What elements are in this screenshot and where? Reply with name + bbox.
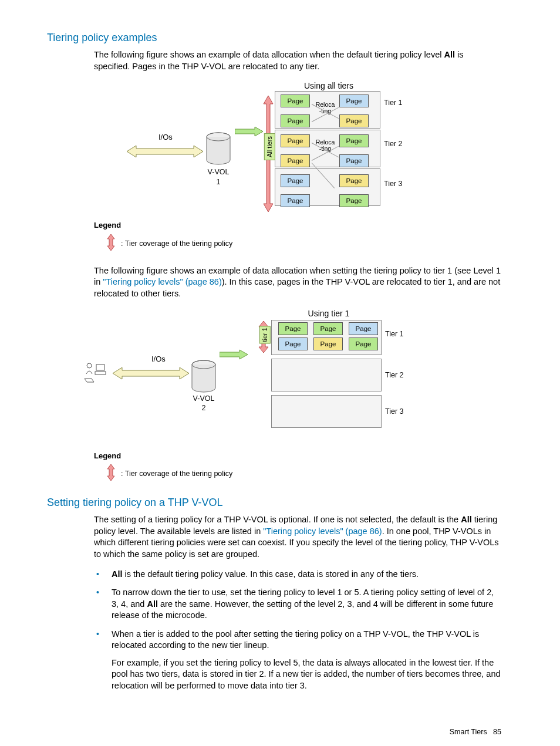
tier-label: Tier 3 (385, 407, 420, 417)
text: is the default tiering policy value. In … (123, 569, 419, 579)
tier-label: Tier 2 (384, 139, 419, 149)
ios-label: I/Os (158, 132, 173, 143)
page-box: Page (339, 154, 369, 167)
vvol-label: V-VOL 2 (186, 394, 221, 414)
legend: Legend : Tier coverage of the tiering po… (94, 220, 525, 253)
page-box: Page (349, 322, 378, 335)
page-row: Page Page Page (278, 322, 378, 335)
page-box: Page (281, 154, 310, 167)
svg-marker-14 (107, 464, 114, 481)
tier-label: Tier 3 (384, 179, 419, 189)
svg-marker-0 (127, 146, 203, 157)
page-box: Page (313, 337, 343, 350)
text: When a tier is added to the pool after s… (112, 629, 479, 650)
user-terminal-icon (83, 361, 108, 384)
bold-all: All (147, 599, 158, 609)
legend-title: Legend (94, 451, 525, 461)
bold-all: All (112, 569, 123, 579)
text: The following figure shows an example of… (94, 50, 444, 59)
page-box: Page (278, 322, 308, 335)
legend-text: : Tier coverage of the tiering policy (121, 469, 232, 479)
link-tiering-policy-levels[interactable]: "Tiering policy levels" (page 86) (103, 277, 221, 286)
page-footer: Smart Tiers 85 (35, 727, 501, 737)
text: The setting of a tiering policy for a TH… (94, 515, 461, 524)
diagram-title: Using all tiers (288, 80, 370, 92)
ios-label: I/Os (151, 354, 166, 364)
diagram-using-tier-1: Using tier 1 I/Os V-VOL 2 tier 1 Page Pa… (106, 308, 446, 446)
page-box: Page (281, 174, 310, 187)
page-box: Page (339, 134, 369, 147)
page-box: Page (281, 194, 310, 207)
page-column-left: Page Page Page Page Page Page (281, 94, 313, 214)
page-column-right: Page Page Page Page Page Page (339, 94, 372, 214)
page-box: Page (339, 114, 369, 127)
relocation-line (312, 163, 335, 189)
page-box: Page (281, 134, 310, 147)
page-number: 85 (493, 728, 501, 736)
legend-title: Legend (94, 220, 525, 231)
tier-label: Tier 1 (385, 329, 420, 339)
bold-all: All (444, 50, 455, 59)
bold-all: All (461, 515, 472, 524)
page-box: Page (281, 114, 310, 127)
legend: Legend : Tier coverage of the tiering po… (94, 451, 525, 484)
list-item: When a tier is added to the pool after s… (94, 629, 501, 692)
page-box: Page (349, 337, 378, 350)
page-box: Page (339, 194, 369, 207)
para-2: The following figure shows an example of… (94, 265, 501, 300)
diagram-title: Using tier 1 (294, 308, 364, 319)
para-3: The setting of a tiering policy for a TH… (94, 514, 501, 560)
footer-title: Smart Tiers (450, 728, 487, 736)
relocate-arrow-icon (220, 349, 248, 360)
page-row: Page Page Page (278, 337, 378, 350)
svg-point-6 (87, 363, 92, 368)
bullet-list: All is the default tiering policy value.… (94, 569, 501, 692)
section-heading-setting: Setting tiering policy on a THP V-VOL (47, 495, 525, 509)
diagram-using-all-tiers: Using all tiers I/Os V-VOL 1 All tiers P… (106, 80, 446, 215)
svg-rect-8 (95, 372, 106, 374)
legend-text: : Tier coverage of the tiering policy (121, 239, 232, 249)
io-arrow-icon (127, 145, 203, 158)
vvol-cylinder-icon (191, 360, 217, 393)
relocating-label: Reloca -ting (313, 102, 337, 114)
page-box: Page (278, 337, 308, 350)
svg-rect-7 (96, 364, 104, 370)
tier-frame (271, 395, 382, 428)
vvol-cylinder-icon (205, 132, 231, 165)
svg-marker-9 (113, 367, 189, 379)
legend-arrow-icon (107, 464, 115, 484)
link-tiering-policy-levels[interactable]: "Tiering policy levels" (page 86) (263, 526, 382, 536)
list-item: All is the default tiering policy value.… (94, 569, 501, 580)
page-box: Page (313, 322, 343, 335)
page-box: Page (281, 94, 310, 107)
tier-coverage-label: tier 1 (259, 326, 271, 343)
list-item-extra: For example, if you set the tiering poli… (112, 657, 501, 692)
svg-marker-5 (107, 234, 114, 251)
tier-frame (271, 359, 382, 391)
page-box: Page (339, 94, 369, 107)
svg-marker-3 (235, 127, 263, 136)
vvol-label: V-VOL 1 (201, 167, 236, 187)
relocate-arrow-icon (235, 126, 263, 137)
tier-label: Tier 1 (384, 98, 419, 108)
section-heading-examples: Tiering policy examples (47, 31, 525, 45)
svg-marker-12 (220, 350, 248, 359)
para-1: The following figure shows an example of… (94, 49, 501, 72)
io-arrow-icon (113, 367, 189, 380)
page-box: Page (339, 174, 369, 187)
tier-label: Tier 2 (385, 370, 420, 380)
legend-arrow-icon (107, 234, 115, 254)
list-item: To narrow down the tier to use, set the … (94, 587, 501, 622)
tier-coverage-label: All tiers (264, 133, 275, 160)
text: are the same. However, the setting of th… (112, 599, 493, 620)
